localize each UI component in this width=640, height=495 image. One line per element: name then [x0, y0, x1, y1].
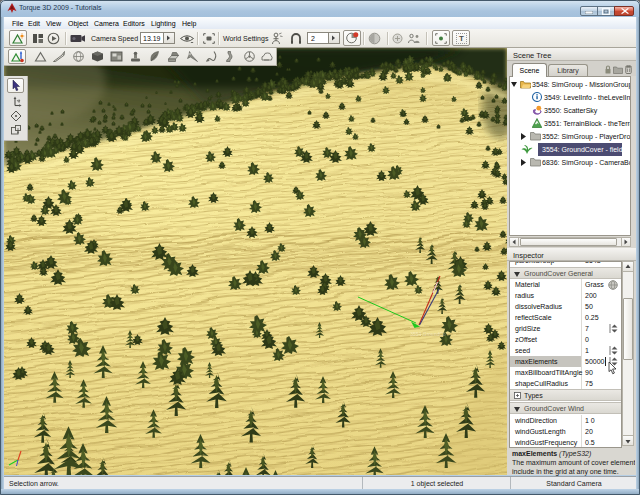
svg-text:3554 GroundCo: 3554 GroundCo [410, 331, 446, 337]
